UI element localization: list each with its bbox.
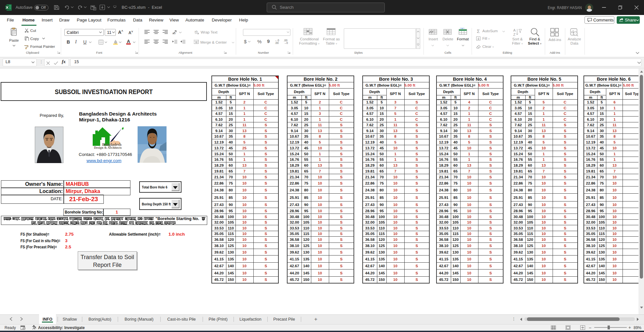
svg-text:Z: Z: [513, 33, 516, 36]
svg-text:"Borehole Starting No.: "Borehole Starting No.: [155, 216, 199, 221]
svg-text:ab: ab: [172, 32, 176, 35]
svg-text:A: A: [513, 28, 516, 32]
svg-text:ab: ab: [195, 30, 198, 33]
